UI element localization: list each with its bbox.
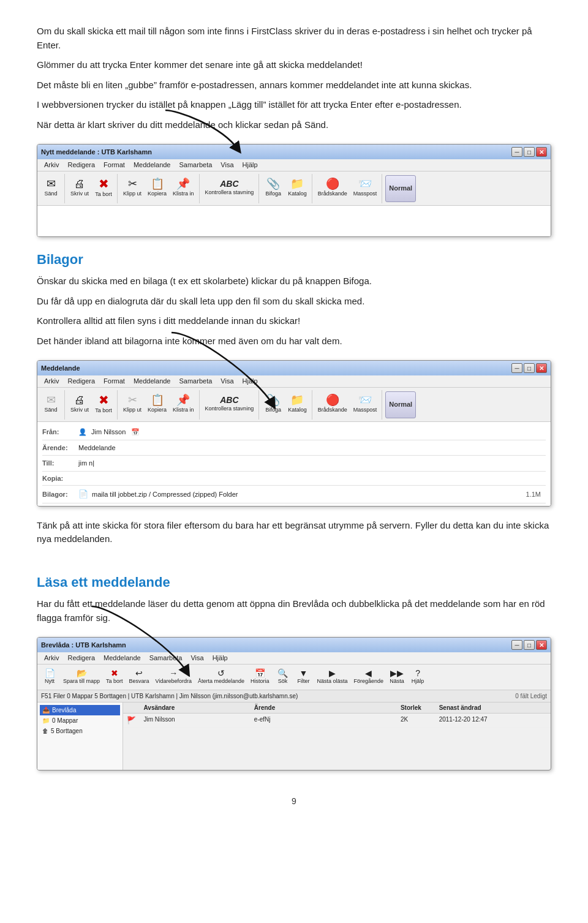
forward-button[interactable]: → Vidarebefordra <box>153 666 194 688</box>
window-title-1: Nytt meddelande : UTB Karlshamn <box>41 147 152 157</box>
menu-meddelande-1[interactable]: Meddelande <box>129 159 175 171</box>
menu-samarbeta-1[interactable]: Samarbeta <box>175 159 217 171</box>
menu-hjalp-1[interactable]: Hjälp <box>238 159 262 171</box>
copy-button[interactable]: 📋 Kopiera <box>145 175 169 202</box>
menu-redigera-3[interactable]: Redigera <box>63 652 99 664</box>
menu-arkiv-2[interactable]: Arkiv <box>40 375 63 387</box>
menu-arkiv-3[interactable]: Arkiv <box>40 652 63 664</box>
print-label-2: Skriv ut <box>70 406 89 415</box>
print-button-2[interactable]: 🖨 Skriv ut <box>68 391 91 418</box>
menu-arkiv-1[interactable]: Arkiv <box>40 159 63 171</box>
catalog-button[interactable]: 📁 Katalog <box>285 175 309 202</box>
copy-label-2: Kopiera <box>148 406 167 415</box>
menu-hjalp-2[interactable]: Hjälp <box>238 375 262 387</box>
minimize-button-2[interactable]: ─ <box>511 363 522 373</box>
menu-meddelande-2[interactable]: Meddelande <box>129 375 175 387</box>
attach-button[interactable]: 📎 Bifoga <box>262 175 284 202</box>
cut-button-2[interactable]: ✂ Klipp ut <box>121 391 144 418</box>
masspost-button[interactable]: 📨 Masspost <box>351 175 380 202</box>
copy-icon: 📋 <box>151 178 164 189</box>
new-label: Nytt <box>45 677 55 686</box>
filter-button[interactable]: ▼ Filter <box>294 666 314 688</box>
minimize-button-3[interactable]: ─ <box>511 640 522 650</box>
history-label: Historia <box>251 677 270 686</box>
subject-value[interactable]: Meddelande <box>76 442 546 454</box>
catalog-button-2[interactable]: 📁 Katalog <box>285 391 309 418</box>
search-button[interactable]: 🔍 Sök <box>273 666 293 688</box>
maximize-button-1[interactable]: □ <box>524 147 535 157</box>
delete-button-3[interactable]: ✖ Ta bort <box>104 666 126 688</box>
menu-visa-1[interactable]: Visa <box>216 159 238 171</box>
attach-icon-2: 📎 <box>266 394 280 405</box>
forward-label: Vidarebefordra <box>156 677 192 686</box>
menu-samarbeta-2[interactable]: Samarbeta <box>175 375 217 387</box>
urgent-label: Brådskande <box>318 190 347 198</box>
menu-format-2[interactable]: Format <box>99 375 129 387</box>
folder-icon: 📁 <box>42 716 50 725</box>
paste-icon: 📌 <box>176 178 190 189</box>
urgent-button[interactable]: 🔴 Brådskande <box>315 175 350 202</box>
titlebar-3: Brevlåda : UTB Karlshamn ─ □ ✕ <box>37 638 551 652</box>
copy-button-2[interactable]: 📋 Kopiera <box>145 391 169 418</box>
to-value[interactable]: jim n| <box>76 458 546 469</box>
next-unread-label: Nästa olästa <box>317 677 348 686</box>
menu-redigera-1[interactable]: Redigera <box>63 159 99 171</box>
menu-meddelande-3[interactable]: Meddelande <box>99 652 145 664</box>
col-header-date: Senast ändrad <box>438 703 548 712</box>
screenshot-2: Meddelande ─ □ ✕ Arkiv Redigera Format M… <box>37 360 551 507</box>
cut-button[interactable]: ✂ Klipp ut <box>121 175 144 202</box>
sidebar-item-brevlada[interactable]: 📥 Brevlåda <box>40 705 120 715</box>
send-button-2[interactable]: ✉ Sänd <box>40 391 62 418</box>
paragraph-5: När detta är klart skriver du ditt medde… <box>37 118 551 132</box>
normal-button-2[interactable]: Normal <box>385 391 416 418</box>
print-button[interactable]: 🖨 Skriv ut <box>68 175 91 202</box>
reply-button[interactable]: ↩ Besvara <box>127 666 152 688</box>
normal-button-1[interactable]: Normal <box>385 175 416 202</box>
recall-button[interactable]: ↺ Återta meddelande <box>195 666 247 688</box>
spellcheck-button[interactable]: ABC Kontrollera stavning <box>203 175 257 202</box>
next-icon: ▶▶ <box>390 669 404 677</box>
next-unread-button[interactable]: ▶ Nästa olästa <box>315 666 350 688</box>
prev-button[interactable]: ◀ Föregående <box>352 666 386 688</box>
next-button[interactable]: ▶▶ Nästa <box>387 666 407 688</box>
menu-format-1[interactable]: Format <box>99 159 129 171</box>
masspost-button-2[interactable]: 📨 Masspost <box>351 391 380 418</box>
close-button-1[interactable]: ✕ <box>536 147 547 157</box>
history-button[interactable]: 📅 Historia <box>248 666 272 688</box>
paste-button[interactable]: 📌 Klistra in <box>170 175 197 202</box>
send-icon: ✉ <box>47 178 56 189</box>
menu-visa-2[interactable]: Visa <box>216 375 238 387</box>
list-item[interactable]: 🚩 Jim Nilsson e-efNj 2K 2011-12-20 12:47 <box>123 714 551 728</box>
help-button[interactable]: ? Hjälp <box>408 666 428 688</box>
spellcheck-button-2[interactable]: ABC Kontrollera stavning <box>203 391 257 418</box>
menu-samarbeta-3[interactable]: Samarbeta <box>145 652 187 664</box>
sidebar-item-mappar[interactable]: 📁 0 Mappar <box>40 715 120 726</box>
menu-hjalp-3[interactable]: Hjälp <box>208 652 232 664</box>
cc-value[interactable] <box>76 478 546 479</box>
toolbar-group-normal: Normal <box>385 174 418 203</box>
from-name: Jim Nilsson <box>91 428 126 435</box>
save-folder-label: Spara till mapp <box>63 677 100 686</box>
maximize-button-2[interactable]: □ <box>524 363 535 373</box>
minimize-button-1[interactable]: ─ <box>511 147 522 157</box>
window-controls-1: ─ □ ✕ <box>511 147 547 157</box>
delete-button[interactable]: ✖ Ta bort <box>92 175 115 202</box>
delete-button-2[interactable]: ✖ Ta bort <box>92 391 115 418</box>
sidebar-item-borttagen[interactable]: 🗑 5 Borttagen <box>40 726 120 736</box>
menu-redigera-2[interactable]: Redigera <box>63 375 99 387</box>
urgent-button-2[interactable]: 🔴 Brådskande <box>315 391 350 418</box>
close-button-2[interactable]: ✕ <box>536 363 547 373</box>
send-button[interactable]: ✉ Sänd <box>40 175 62 202</box>
menu-visa-3[interactable]: Visa <box>186 652 208 664</box>
masspost-icon-2: 📨 <box>358 394 372 405</box>
to-label: Till: <box>42 458 76 469</box>
close-button-3[interactable]: ✕ <box>536 640 547 650</box>
paste-button-2[interactable]: 📌 Klistra in <box>170 391 197 418</box>
maximize-button-3[interactable]: □ <box>524 640 535 650</box>
col-header-size: Storlek <box>399 703 438 712</box>
toolbar-group-clipboard: ✂ Klipp ut 📋 Kopiera 📌 Klistra in <box>121 174 200 203</box>
new-button[interactable]: 📄 Nytt <box>40 666 59 688</box>
attach-button-2[interactable]: 📎 Bifoga <box>262 391 284 418</box>
save-to-folder-button[interactable]: 📂 Spara till mapp <box>61 666 102 688</box>
inbox-toolbar: 📄 Nytt 📂 Spara till mapp ✖ Ta bort ↩ Bes… <box>37 665 551 690</box>
